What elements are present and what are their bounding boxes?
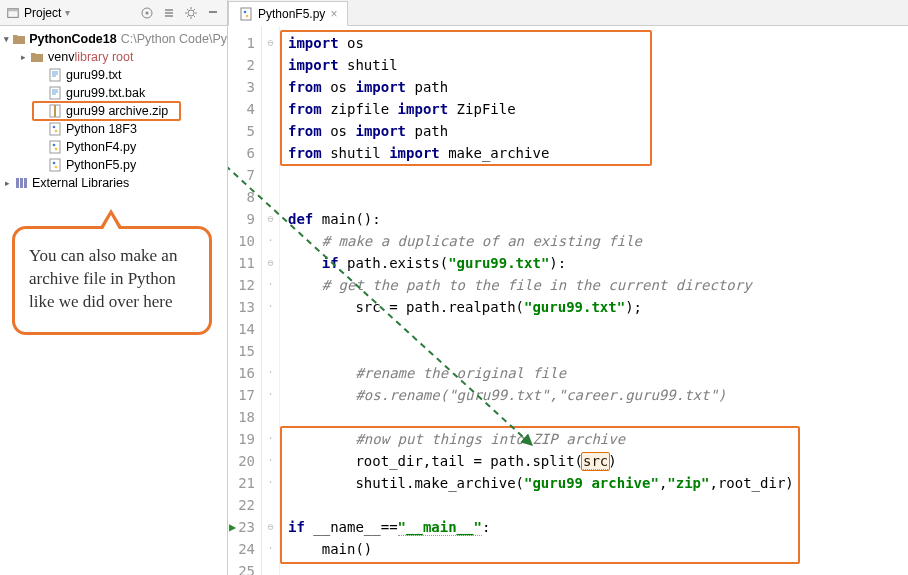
svg-point-12 [55, 130, 58, 133]
tree-item[interactable]: PythonF5.py [0, 156, 227, 174]
svg-rect-10 [50, 123, 60, 135]
svg-point-14 [53, 144, 56, 147]
sidebar-title[interactable]: Project ▾ [6, 6, 70, 20]
svg-point-23 [244, 10, 247, 13]
chevron-down-icon[interactable]: ▾ [2, 34, 12, 44]
code-line[interactable]: src = path.realpath("guru99.txt"); [288, 296, 794, 318]
tree-root-hint: C:\Python Code\Py [121, 32, 227, 46]
txt-icon [47, 68, 63, 82]
code-line[interactable]: #os.rename("guru99.txt","career.guru99.t… [288, 384, 794, 406]
library-icon [13, 176, 29, 190]
close-icon[interactable]: × [330, 7, 337, 21]
annotation-callout: You can also make an archive file in Pyt… [12, 226, 212, 335]
tree-root[interactable]: ▾ PythonCode18 C:\Python Code\Py [0, 30, 227, 48]
code-line[interactable] [288, 186, 794, 208]
code-line[interactable]: #rename the original file [288, 362, 794, 384]
project-sidebar: Project ▾ ▾ PythonCode18 C:\Python Code\… [0, 0, 228, 575]
hide-icon[interactable] [205, 5, 221, 21]
svg-rect-21 [24, 178, 27, 188]
project-icon [6, 6, 20, 20]
svg-point-15 [55, 148, 58, 151]
svg-point-11 [53, 126, 56, 129]
tree-external-label: External Libraries [32, 176, 129, 190]
code-line[interactable] [288, 340, 794, 362]
svg-point-17 [53, 162, 56, 165]
tab-label: PythonF5.py [258, 7, 325, 21]
code-line[interactable]: root_dir,tail = path.split(src) [288, 450, 794, 472]
fold-toggle[interactable]: ⊖ [262, 32, 279, 54]
code-line[interactable]: import shutil [288, 54, 794, 76]
python-file-icon [239, 7, 253, 21]
svg-rect-7 [50, 87, 60, 99]
code-line[interactable]: #now put things into ZIP archive [288, 428, 794, 450]
tree-item-label: venv [48, 50, 74, 64]
svg-rect-13 [50, 141, 60, 153]
fold-toggle[interactable]: ⊖ [262, 516, 279, 538]
tree-item-label: PythonF5.py [66, 158, 136, 172]
tab-pythonf5[interactable]: PythonF5.py × [228, 1, 348, 26]
code-line[interactable]: from shutil import make_archive [288, 142, 794, 164]
fold-toggle[interactable]: ⊖ [262, 252, 279, 274]
collapse-icon[interactable] [161, 5, 177, 21]
svg-rect-6 [50, 69, 60, 81]
tree-item[interactable]: guru99.txt.bak [0, 84, 227, 102]
svg-rect-5 [209, 11, 217, 13]
run-marker-icon: ▶ [229, 516, 236, 538]
code-line[interactable]: from zipfile import ZipFile [288, 98, 794, 120]
svg-point-3 [146, 11, 149, 14]
tree-item[interactable]: guru99 archive.zip [0, 102, 227, 120]
py-icon [47, 140, 63, 154]
code-line[interactable] [288, 494, 794, 516]
sidebar-toolbar [139, 5, 221, 21]
gutter[interactable]: 1234567891011121314151617181920212223▶24… [228, 26, 262, 575]
tab-bar: PythonF5.py × [228, 0, 908, 26]
sidebar-header: Project ▾ [0, 0, 227, 26]
code-line[interactable]: from os import path [288, 120, 794, 142]
svg-rect-22 [241, 8, 251, 20]
chevron-right-icon[interactable]: ▸ [18, 52, 29, 62]
code-line[interactable] [288, 406, 794, 428]
code-line[interactable]: from os import path [288, 76, 794, 98]
tree-item-suffix: library root [74, 50, 133, 64]
svg-point-24 [246, 14, 249, 17]
tree-item[interactable]: Python 18F3 [0, 120, 227, 138]
editor-area: PythonF5.py × 12345678910111213141516171… [228, 0, 908, 575]
fold-toggle[interactable]: ⊖ [262, 208, 279, 230]
tree-item-label: Python 18F3 [66, 122, 137, 136]
code-line[interactable] [288, 560, 794, 575]
tree-root-label: PythonCode18 [29, 32, 117, 46]
tree-item-label: guru99 archive.zip [66, 104, 168, 118]
code-line[interactable] [288, 318, 794, 340]
svg-point-4 [188, 10, 194, 16]
svg-rect-20 [20, 178, 23, 188]
svg-rect-16 [50, 159, 60, 171]
fold-column[interactable]: ⊖⊖·⊖·······⊖· [262, 26, 280, 575]
sidebar-title-label: Project [24, 6, 61, 20]
svg-rect-9 [54, 105, 56, 117]
code-line[interactable]: def main(): [288, 208, 794, 230]
py-icon [47, 158, 63, 172]
code-line[interactable]: # get the path to the file in the curren… [288, 274, 794, 296]
code-line[interactable] [288, 164, 794, 186]
target-icon[interactable] [139, 5, 155, 21]
tree-item-label: guru99.txt [66, 68, 122, 82]
code-line[interactable]: import os [288, 32, 794, 54]
tree-item-label: PythonF4.py [66, 140, 136, 154]
code-line[interactable]: shutil.make_archive("guru99 archive","zi… [288, 472, 794, 494]
gear-icon[interactable] [183, 5, 199, 21]
tree-item-label: guru99.txt.bak [66, 86, 145, 100]
code-editor[interactable]: 1234567891011121314151617181920212223▶24… [228, 26, 908, 575]
project-tree: ▾ PythonCode18 C:\Python Code\Py ▸venv l… [0, 26, 227, 196]
code-body[interactable]: import osimport shutilfrom os import pat… [280, 26, 802, 575]
code-line[interactable]: main() [288, 538, 794, 560]
code-line[interactable]: if __name__=="__main__": [288, 516, 794, 538]
tree-item[interactable]: PythonF4.py [0, 138, 227, 156]
tree-external-libs[interactable]: ▸ External Libraries [0, 174, 227, 192]
zip-icon [47, 104, 63, 118]
tree-item[interactable]: ▸venv library root [0, 48, 227, 66]
code-line[interactable]: # make a duplicate of an existing file [288, 230, 794, 252]
tree-item[interactable]: guru99.txt [0, 66, 227, 84]
chevron-right-icon[interactable]: ▸ [2, 178, 13, 188]
code-line[interactable]: if path.exists("guru99.txt"): [288, 252, 794, 274]
folder-icon [12, 32, 26, 46]
